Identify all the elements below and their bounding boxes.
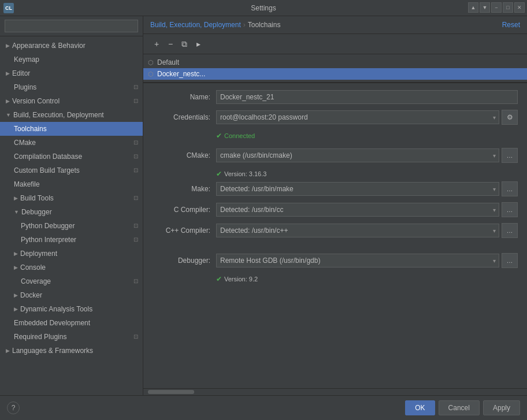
toolchain-item-default[interactable]: ⬡ Default xyxy=(143,57,527,68)
ext-icon: ⊡ xyxy=(133,165,138,176)
remove-toolchain-button[interactable]: − xyxy=(164,38,177,50)
nav-up-btn[interactable]: ▲ xyxy=(468,2,478,13)
c-compiler-label: C Compiler: xyxy=(153,206,216,214)
sidebar-item-build-tools[interactable]: ▶ Build Tools ⊡ xyxy=(0,191,143,205)
name-label: Name: xyxy=(153,93,216,101)
breadcrumb-parent[interactable]: Build, Execution, Deployment xyxy=(150,21,241,29)
cmake-select[interactable]: cmake (/usr/bin/cmake) xyxy=(216,148,499,162)
sidebar-item-dynamic-analysis[interactable]: ▶ Dynamic Analysis Tools xyxy=(0,302,143,316)
right-panel: Build, Execution, Deployment › Toolchain… xyxy=(143,16,527,395)
sidebar-item-plugins[interactable]: Plugins ⊡ xyxy=(0,80,143,94)
ext-icon: ⊡ xyxy=(133,193,138,203)
connected-check-icon: ✔ xyxy=(216,132,222,140)
cmake-label: CMake: xyxy=(153,151,216,159)
debugger-browse-button[interactable]: … xyxy=(502,253,518,268)
expand-icon: ▶ xyxy=(6,68,10,79)
sidebar-nav: ▶ Appearance & Behavior Keymap ▶ Editor … xyxy=(0,36,143,395)
sidebar-item-toolchains[interactable]: Toolchains xyxy=(0,122,143,136)
credentials-select-container: root@localhost:20 password xyxy=(216,110,499,124)
sidebar-item-deployment[interactable]: ▶ Deployment xyxy=(0,247,143,261)
sidebar-item-label: Build, Execution, Deployment xyxy=(13,110,104,120)
sidebar-item-custom-build-targets[interactable]: Custom Build Targets ⊡ xyxy=(0,163,143,177)
add-toolchain-button[interactable]: + xyxy=(150,38,163,50)
cmake-browse-button[interactable]: … xyxy=(502,148,518,163)
sidebar-item-makefile[interactable]: Makefile xyxy=(0,177,143,191)
sidebar-item-version-control[interactable]: ▶ Version Control ⊡ xyxy=(0,94,143,108)
debugger-control: Remote Host GDB (/usr/bin/gdb) … xyxy=(216,253,518,268)
breadcrumb-separator: › xyxy=(243,21,246,29)
left-section: ▶ Appearance & Behavior Keymap ▶ Editor … xyxy=(0,16,143,395)
maximize-btn[interactable]: □ xyxy=(503,2,513,13)
sidebar-item-label: Coverage xyxy=(21,276,51,287)
sidebar-item-label: Languages & Frameworks xyxy=(12,345,93,356)
credentials-control: root@localhost:20 password ⚙ xyxy=(216,110,518,125)
make-control: Detected: /usr/bin/make … xyxy=(216,181,518,196)
sidebar-item-required-plugins[interactable]: Required Plugins ⊡ xyxy=(0,330,143,344)
credentials-select[interactable]: root@localhost:20 password xyxy=(216,110,499,124)
sidebar-item-label: Build Tools xyxy=(20,193,54,203)
debugger-row: Debugger: Remote Host GDB (/usr/bin/gdb)… xyxy=(153,253,518,268)
sidebar-item-cmake[interactable]: CMake ⊡ xyxy=(0,136,143,150)
more-toolchain-button[interactable]: ▸ xyxy=(192,38,205,50)
toolchain-item-docker-nestc[interactable]: ⬡ Docker_nestc... xyxy=(143,68,527,80)
ext-icon: ⊡ xyxy=(133,96,138,106)
sidebar-item-docker[interactable]: ▶ Docker xyxy=(0,288,143,302)
sidebar-item-debugger[interactable]: ▼ Debugger xyxy=(0,205,143,219)
sidebar-item-embedded-dev[interactable]: Embedded Development xyxy=(0,316,143,330)
app-logo: CL xyxy=(3,3,14,13)
sidebar-item-appearance[interactable]: ▶ Appearance & Behavior xyxy=(0,39,143,53)
toolchain-toolbar: + − ⧉ ▸ xyxy=(143,34,527,54)
sidebar-item-keymap[interactable]: Keymap xyxy=(0,53,143,66)
sidebar-item-editor[interactable]: ▶ Editor xyxy=(0,66,143,80)
sidebar-item-compilation-db[interactable]: Compilation Database ⊡ xyxy=(0,150,143,163)
apply-button[interactable]: Apply xyxy=(483,400,520,415)
c-compiler-select[interactable]: Detected: /usr/bin/cc xyxy=(216,203,499,217)
copy-toolchain-button[interactable]: ⧉ xyxy=(178,38,191,50)
sidebar-item-build-exec-deploy[interactable]: ▼ Build, Execution, Deployment xyxy=(0,108,143,122)
debugger-select[interactable]: Remote Host GDB (/usr/bin/gdb) xyxy=(216,254,499,267)
make-browse-button[interactable]: … xyxy=(502,181,518,196)
credentials-row: Credentials: root@localhost:20 password … xyxy=(153,110,518,125)
expand-icon: ▼ xyxy=(14,207,19,217)
sidebar-item-python-interpreter[interactable]: Python Interpreter ⊡ xyxy=(0,233,143,247)
credentials-gear-button[interactable]: ⚙ xyxy=(502,110,518,125)
search-input[interactable] xyxy=(5,20,138,32)
c-compiler-select-container: Detected: /usr/bin/cc xyxy=(216,203,499,217)
name-row: Name: xyxy=(153,90,518,104)
sidebar-item-console[interactable]: ▶ Console xyxy=(0,261,143,274)
sidebar-item-python-debugger[interactable]: Python Debugger ⊡ xyxy=(0,219,143,233)
sidebar-item-label: Plugins xyxy=(14,82,36,92)
sidebar-item-label: Docker xyxy=(20,290,42,300)
sidebar-item-label: Appearance & Behavior xyxy=(12,40,86,51)
toolchain-icon: ⬡ xyxy=(148,70,154,78)
ext-icon: ⊡ xyxy=(133,235,138,245)
sidebar-item-languages-frameworks[interactable]: ▶ Languages & Frameworks xyxy=(0,344,143,358)
toolchain-label: Default xyxy=(157,58,179,66)
sidebar-item-coverage[interactable]: Coverage ⊡ xyxy=(0,274,143,288)
sidebar-item-label: Embedded Development xyxy=(14,318,90,328)
sidebar-item-label: Dynamic Analysis Tools xyxy=(20,304,92,314)
ok-button[interactable]: OK xyxy=(405,400,435,415)
minimize-btn[interactable]: − xyxy=(491,2,502,13)
ext-icon: ⊡ xyxy=(133,332,138,342)
cmake-row: CMake: cmake (/usr/bin/cmake) … xyxy=(153,148,518,163)
toolchain-label: Docker_nestc... xyxy=(157,70,205,78)
window-controls: ▲ ▼ − □ ✕ xyxy=(468,2,525,13)
cpp-compiler-browse-button[interactable]: … xyxy=(502,223,518,238)
debugger-select-container: Remote Host GDB (/usr/bin/gdb) xyxy=(216,254,499,267)
bottom-bar: ? OK Cancel Apply xyxy=(0,395,527,420)
close-btn[interactable]: ✕ xyxy=(514,2,525,13)
c-compiler-browse-button[interactable]: … xyxy=(502,202,518,217)
horizontal-scrollbar[interactable] xyxy=(143,388,527,395)
sidebar-item-label: Deployment xyxy=(20,248,57,259)
breadcrumb-current: Toolchains xyxy=(248,21,281,29)
help-button[interactable]: ? xyxy=(7,402,20,414)
cancel-button[interactable]: Cancel xyxy=(439,400,480,415)
reset-button[interactable]: Reset xyxy=(502,21,520,29)
make-select[interactable]: Detected: /usr/bin/make xyxy=(216,182,499,196)
expand-icon: ▼ xyxy=(6,110,11,120)
cpp-compiler-select[interactable]: Detected: /usr/bin/c++ xyxy=(216,224,499,237)
nav-down-btn[interactable]: ▼ xyxy=(480,2,490,13)
name-input[interactable] xyxy=(216,90,518,104)
sidebar-item-label: Compilation Database xyxy=(14,151,82,162)
